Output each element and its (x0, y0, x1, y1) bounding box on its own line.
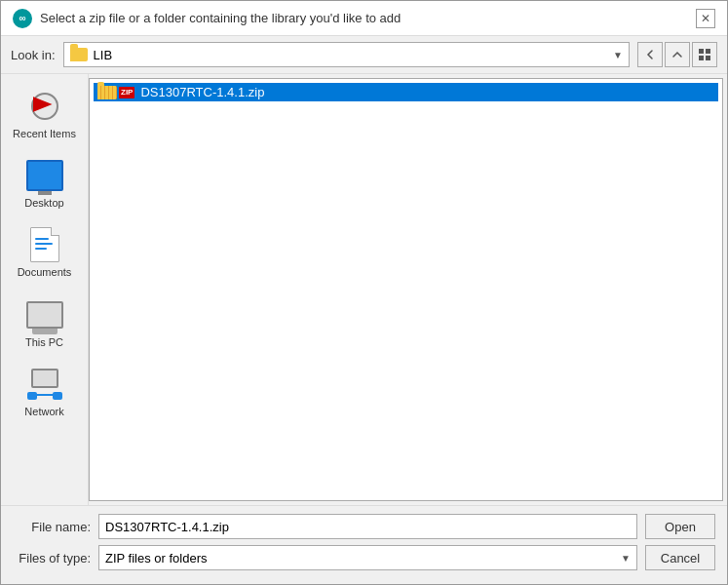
sidebar-item-recent-items[interactable]: Recent Items (6, 82, 84, 147)
sidebar: Recent Items Desktop (1, 74, 89, 505)
main-area: Recent Items Desktop (1, 74, 727, 505)
files-of-type-label: Files of type: (13, 551, 91, 566)
file-name-input[interactable] (98, 514, 637, 539)
title-bar-left: ∞ Select a zip file or a folder containi… (13, 9, 401, 28)
look-in-combo[interactable]: LIB ▼ (63, 42, 630, 67)
view-toggle-button[interactable] (692, 42, 717, 67)
toolbar-buttons (637, 42, 717, 67)
file-name-label: File name: (13, 520, 91, 534)
nav-back-button[interactable] (637, 42, 663, 67)
sidebar-label-network: Network (24, 406, 63, 418)
sidebar-item-this-pc[interactable]: This PC (6, 291, 84, 356)
bottom-area: File name: Open Files of type: ZIP files… (1, 505, 727, 584)
close-button[interactable]: ✕ (696, 9, 715, 28)
nav-up-button[interactable] (665, 42, 690, 67)
file-name: DS1307RTC-1.4.1.zip (140, 85, 264, 99)
file-dialog: ∞ Select a zip file or a folder containi… (0, 0, 728, 585)
files-of-type-value: ZIP files or folders (105, 551, 208, 566)
files-of-type-combo[interactable]: ZIP files or folders ▼ (98, 545, 637, 570)
title-bar: ∞ Select a zip file or a folder containi… (1, 1, 727, 36)
sidebar-label-recent-items: Recent Items (13, 128, 76, 140)
recent-items-icon (27, 90, 62, 123)
open-button[interactable]: Open (645, 514, 715, 539)
app-icon: ∞ (13, 9, 32, 28)
toolbar: Look in: LIB ▼ (1, 36, 727, 74)
this-pc-icon (26, 301, 63, 329)
up-icon (671, 48, 684, 61)
sidebar-label-this-pc: This PC (25, 336, 63, 349)
file-area[interactable]: ZIP DS1307RTC-1.4.1.zip (89, 78, 723, 501)
documents-icon (30, 227, 59, 262)
back-icon (643, 48, 657, 61)
look-in-combo-text: LIB (70, 48, 113, 62)
svg-rect-2 (699, 56, 704, 60)
dialog-title: Select a zip file or a folder containing… (40, 11, 401, 25)
folder-icon (70, 48, 88, 61)
sidebar-label-desktop: Desktop (24, 197, 63, 210)
look-in-value: LIB (94, 48, 113, 62)
desktop-icon (26, 160, 63, 191)
views-icon (698, 48, 711, 61)
svg-rect-3 (706, 56, 710, 60)
sidebar-item-documents[interactable]: Documents (6, 220, 84, 286)
file-name-row: File name: Open (13, 514, 715, 539)
sidebar-item-network[interactable]: Network (6, 360, 84, 425)
svg-rect-0 (699, 49, 704, 54)
svg-rect-1 (706, 49, 710, 54)
sidebar-label-documents: Documents (18, 266, 72, 279)
chevron-down-icon: ▼ (613, 50, 623, 60)
look-in-label: Look in: (11, 48, 56, 62)
sidebar-item-desktop[interactable]: Desktop (6, 151, 84, 216)
zip-icon: ZIP (97, 86, 134, 99)
file-item[interactable]: ZIP DS1307RTC-1.4.1.zip (94, 83, 718, 101)
files-of-type-chevron-icon: ▼ (621, 553, 631, 564)
cancel-button[interactable]: Cancel (645, 545, 715, 570)
network-icon (25, 369, 64, 400)
files-of-type-row: Files of type: ZIP files or folders ▼ Ca… (13, 545, 715, 570)
